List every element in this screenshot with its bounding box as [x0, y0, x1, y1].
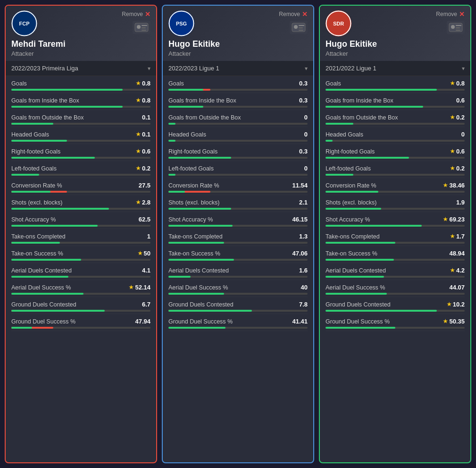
season-selector[interactable]: 2022/2023 Primeira Liga▾ [6, 61, 156, 76]
stat-value: ★52.14 [129, 284, 150, 291]
stat-bar-green [326, 157, 409, 159]
stat-bar-track [11, 89, 150, 91]
chevron-down-icon: ▾ [148, 65, 150, 72]
stat-top: Goals from Inside the Box0.6 [326, 97, 465, 104]
stat-value: ★0.8 [450, 80, 465, 87]
remove-button[interactable]: Remove✕ [279, 10, 308, 18]
player-name: Hugo Ekitike [326, 39, 465, 49]
stat-top: Ground Duels Contested★10.2 [326, 301, 465, 308]
stat-value: ★0.2 [450, 114, 465, 121]
stat-top: Take-ons Completed★1.7 [326, 233, 465, 240]
stat-value: 47.06 [292, 250, 308, 257]
stat-value: 4.1 [142, 267, 150, 274]
stat-row: Left-footed Goals0 [168, 161, 308, 178]
stat-row: Aerial Duels Contested1.6 [168, 263, 308, 280]
stat-name: Ground Duels Contested [11, 301, 76, 308]
stat-bar-green [168, 225, 233, 227]
stats-container: Goals0.3Goals from Inside the Box0.3Goal… [163, 76, 313, 462]
player-card-icon [133, 21, 150, 34]
stat-bar-track [326, 259, 465, 261]
stat-name: Left-footed Goals [168, 165, 214, 172]
card-header-top: SDRRemove✕ [326, 10, 465, 36]
stat-name: Take-ons Completed [326, 233, 380, 240]
remove-button[interactable]: Remove✕ [122, 10, 150, 18]
stat-row: Shots (excl. blocks)1.9 [326, 195, 465, 212]
stat-value: ★0.1 [136, 131, 150, 138]
stat-bar-green [168, 89, 203, 91]
stat-bar-green [11, 157, 95, 159]
stat-bar-track [326, 123, 465, 125]
stat-row: Take-on Success %★50 [11, 246, 150, 263]
stat-top: Take-ons Completed1 [11, 233, 150, 240]
stat-name: Shot Accuracy % [11, 216, 56, 223]
stat-name: Ground Duels Contested [326, 301, 391, 308]
season-selector[interactable]: 2021/2022 Ligue 1▾ [320, 61, 470, 76]
stat-row: Shot Accuracy %62.5 [11, 212, 150, 229]
stat-bar-track [168, 293, 308, 295]
stat-bar-track [168, 106, 308, 108]
header-right: Remove✕ [279, 10, 308, 34]
stat-top: Aerial Duels Contested★4.2 [326, 267, 465, 274]
svg-point-10 [294, 25, 298, 29]
stat-name: Goals from Inside the Box [168, 97, 236, 104]
stat-top: Aerial Duels Contested4.1 [11, 267, 150, 274]
player-name: Hugo Ekitike [168, 39, 308, 49]
player-position: Attacker [168, 50, 308, 57]
stat-value: 2.1 [299, 199, 308, 206]
close-icon: ✕ [145, 10, 150, 18]
stat-top: Aerial Duel Success %44.07 [326, 284, 465, 291]
stat-bar-track [11, 191, 150, 193]
stat-top: Conversion Rate %★38.46 [326, 182, 465, 189]
stat-value: ★4.2 [450, 267, 465, 274]
stat-value: 7.8 [299, 301, 308, 308]
stat-top: Take-on Success %47.06 [168, 250, 308, 257]
star-icon: ★ [129, 284, 134, 290]
star-icon: ★ [450, 148, 455, 154]
stat-bar-track [168, 242, 308, 244]
stat-top: Ground Duels Contested7.8 [168, 301, 308, 308]
stat-bar-green [11, 225, 98, 227]
stat-name: Left-footed Goals [326, 165, 371, 172]
stat-bar-green [11, 123, 53, 125]
svg-rect-5 [142, 27, 146, 28]
stat-row: Ground Duel Success %47.94 [11, 314, 150, 331]
stat-bar-green [11, 208, 109, 210]
stat-bar-green [326, 327, 395, 329]
stat-bar-green [326, 208, 381, 210]
remove-button[interactable]: Remove✕ [436, 10, 465, 18]
stat-value: 46.15 [292, 216, 308, 223]
stat-top: Goals from Outside the Box0.1 [11, 114, 150, 121]
stat-bar-green [168, 208, 231, 210]
svg-rect-11 [299, 25, 304, 26]
svg-text:SDR: SDR [333, 21, 344, 26]
stat-row: Conversion Rate %★38.46 [326, 178, 465, 195]
stat-value: 1.6 [299, 267, 308, 274]
stat-bar-green [168, 310, 252, 312]
stat-name: Goals [168, 80, 184, 87]
stat-value: 62.5 [139, 216, 150, 223]
stat-top: Headed Goals0 [168, 131, 308, 138]
club-logo: FCP [11, 10, 37, 36]
stat-name: Headed Goals [11, 131, 49, 138]
stat-top: Right-footed Goals★0.6 [326, 148, 465, 155]
stat-bar-track [326, 191, 465, 193]
season-selector[interactable]: 2022/2023 Ligue 1▾ [163, 61, 313, 76]
stat-bar-green [168, 157, 231, 159]
stat-top: Goals★0.8 [11, 80, 150, 87]
stat-bar-green [11, 174, 39, 176]
card-header-top: FCPRemove✕ [11, 10, 150, 36]
stat-bar-green [326, 174, 353, 176]
stat-row: Take-ons Completed1.3 [168, 229, 308, 246]
stat-bar-track [326, 106, 465, 108]
stat-top: Conversion Rate %11.54 [168, 182, 308, 189]
stat-bar-track [168, 174, 308, 176]
player-card-psg: PSGRemove✕Hugo EkitikeAttacker2022/2023 … [162, 5, 314, 463]
stat-bar-track [11, 310, 150, 312]
stat-bar-track [11, 157, 150, 159]
stat-top: Left-footed Goals★0.2 [326, 165, 465, 172]
stat-top: Aerial Duel Success %40 [168, 284, 308, 291]
svg-text:PSG: PSG [176, 21, 187, 26]
stat-value: 11.54 [292, 182, 308, 189]
stat-bar-green [326, 225, 422, 227]
stat-bar-green [168, 106, 203, 108]
